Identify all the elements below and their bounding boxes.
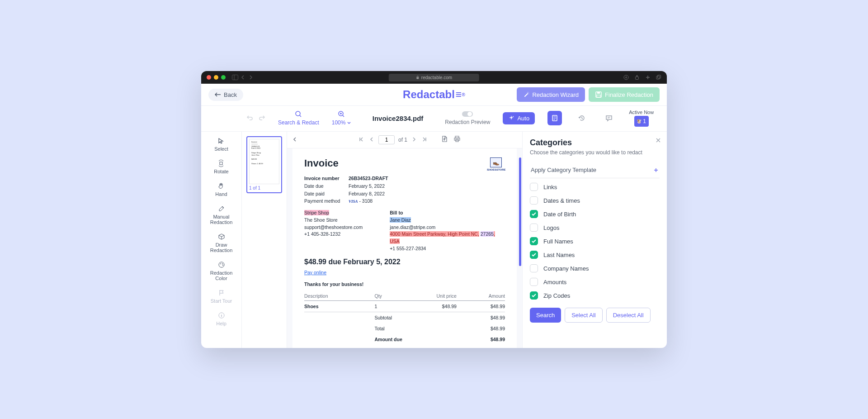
table-row: Amount due$48.99 xyxy=(304,334,505,345)
tabs-icon[interactable] xyxy=(656,75,661,80)
minimize-window-icon[interactable] xyxy=(214,75,218,80)
last-page-icon[interactable] xyxy=(421,135,428,145)
category-label: Full Names xyxy=(543,238,573,245)
category-item[interactable]: Amounts xyxy=(530,278,660,286)
toggle-icon xyxy=(462,111,473,117)
checkbox-icon[interactable] xyxy=(530,278,538,286)
checkbox-icon[interactable] xyxy=(530,196,538,205)
logo: Redactabl≡® xyxy=(403,88,465,101)
panel-subtitle: Choose the categories you would like to … xyxy=(530,149,660,156)
category-label: Dates & times xyxy=(543,197,580,204)
filename: Invoice2834.pdf xyxy=(373,114,424,122)
close-window-icon[interactable] xyxy=(207,75,211,80)
url-text: redactable.com xyxy=(421,75,452,80)
logo-text: Redactabl xyxy=(403,88,455,101)
active-count-badge: 🐮1 xyxy=(634,116,649,127)
viewer-toolbar: of 1 xyxy=(287,132,522,148)
checkbox-icon[interactable] xyxy=(530,264,538,272)
billing-columns: Stripe Shop The Shoe Store support@thesh… xyxy=(304,210,505,252)
auto-button[interactable]: Auto xyxy=(503,112,535,124)
checkbox-icon[interactable] xyxy=(530,210,538,218)
doc-scroll[interactable]: 👞 SHOESSTORE Invoice Invoice number26B34… xyxy=(287,148,522,348)
deselect-all-button[interactable]: Deselect All xyxy=(606,308,651,323)
back-chevron-icon[interactable] xyxy=(241,75,245,80)
category-item[interactable]: Links xyxy=(530,183,660,191)
category-list: LinksDates & timesDate of BirthLogosFull… xyxy=(530,183,660,300)
page-input[interactable] xyxy=(378,135,395,144)
palette-icon xyxy=(218,261,225,268)
sidebar-manual-redaction[interactable]: Manual Redaction xyxy=(201,205,241,225)
category-label: Zip Codes xyxy=(543,292,570,299)
sidebar-rotate[interactable]: Rotate xyxy=(211,160,231,174)
sidebar-hand[interactable]: Hand xyxy=(212,182,230,197)
category-item[interactable]: Last Names xyxy=(530,251,660,259)
sidebar-toggle-icon[interactable] xyxy=(232,75,238,80)
undo-icon[interactable] xyxy=(246,114,254,122)
preview-tool[interactable]: Redaction Preview xyxy=(445,111,490,125)
export-icon[interactable] xyxy=(440,134,449,145)
sidebar-redaction-color[interactable]: Redaction Color xyxy=(201,261,241,281)
search-redact-tool[interactable]: Search & Redact xyxy=(278,110,319,126)
url-bar[interactable]: redactable.com xyxy=(389,74,479,81)
search-button[interactable]: Search xyxy=(530,308,561,323)
collapse-icon[interactable] xyxy=(292,135,298,145)
svg-point-17 xyxy=(220,263,221,264)
select-all-button[interactable]: Select All xyxy=(565,308,602,323)
category-item[interactable]: Dates & times xyxy=(530,196,660,205)
pay-online-link[interactable]: Pay online xyxy=(304,270,326,275)
download-icon[interactable] xyxy=(623,75,629,80)
table-row: Subtotal$48.99 xyxy=(304,312,505,323)
page-thumbnail[interactable]: Invoice─────26B34523Feb 5 2022Stripe Sho… xyxy=(246,136,282,193)
sidebar-draw-redaction[interactable]: Draw Redaction xyxy=(201,233,241,253)
checkbox-icon[interactable] xyxy=(530,183,538,191)
checkbox-icon[interactable] xyxy=(530,237,538,245)
first-page-icon[interactable] xyxy=(358,135,365,145)
maximize-window-icon[interactable] xyxy=(221,75,226,80)
plus-icon xyxy=(653,167,659,173)
category-label: Logos xyxy=(543,224,559,231)
history-icon-button[interactable] xyxy=(575,111,589,125)
zoom-in-icon xyxy=(338,110,345,118)
finalize-button[interactable]: Finalize Redaction xyxy=(589,87,660,102)
category-item[interactable]: Full Names xyxy=(530,237,660,245)
svg-point-18 xyxy=(222,263,223,264)
wand-icon xyxy=(523,91,529,98)
forward-chevron-icon[interactable] xyxy=(248,75,253,80)
lock-icon xyxy=(416,76,420,79)
category-item[interactable]: Logos xyxy=(530,224,660,232)
category-item[interactable]: Company Names xyxy=(530,264,660,272)
svg-rect-5 xyxy=(656,76,660,79)
sidebar-select[interactable]: Select xyxy=(212,137,231,152)
next-page-icon[interactable] xyxy=(411,135,417,145)
category-item[interactable]: Zip Codes xyxy=(530,291,660,300)
redaction-wizard-button[interactable]: Redaction Wizard xyxy=(517,87,585,102)
plus-icon[interactable] xyxy=(645,75,651,80)
svg-rect-8 xyxy=(597,92,600,94)
redo-icon[interactable] xyxy=(258,114,265,122)
zoom-tool[interactable]: 100% xyxy=(332,110,351,126)
print-icon[interactable] xyxy=(453,134,462,145)
app-window: redactable.com Back Redactabl≡® Redactio… xyxy=(201,71,667,348)
left-sidebar: Select Rotate Hand Manual Redaction Draw… xyxy=(201,132,242,348)
thumb-label: 1 of 1 xyxy=(249,186,279,190)
checkbox-icon[interactable] xyxy=(530,251,538,259)
checkbox-icon[interactable] xyxy=(530,224,538,232)
window-chrome: redactable.com xyxy=(201,71,667,84)
svg-point-13 xyxy=(467,112,472,116)
apply-template-row[interactable]: Apply Category Template xyxy=(530,162,660,178)
sparkle-icon xyxy=(508,115,514,121)
comment-icon-button[interactable] xyxy=(602,111,616,125)
comment-icon xyxy=(605,114,613,122)
thanks-text: Thanks for your business! xyxy=(304,281,505,287)
panel-title: Categories xyxy=(530,138,660,148)
prev-page-icon[interactable] xyxy=(368,135,375,145)
checkbox-icon[interactable] xyxy=(530,291,538,300)
close-icon[interactable] xyxy=(655,137,661,145)
sidebar-start-tour[interactable]: Start Tour xyxy=(208,289,235,304)
category-item[interactable]: Date of Birth xyxy=(530,210,660,218)
share-icon[interactable] xyxy=(634,75,640,80)
template-icon-button[interactable] xyxy=(547,111,562,125)
back-button[interactable]: Back xyxy=(208,89,243,101)
sidebar-help[interactable]: Help xyxy=(213,312,229,326)
traffic-lights xyxy=(207,75,226,80)
